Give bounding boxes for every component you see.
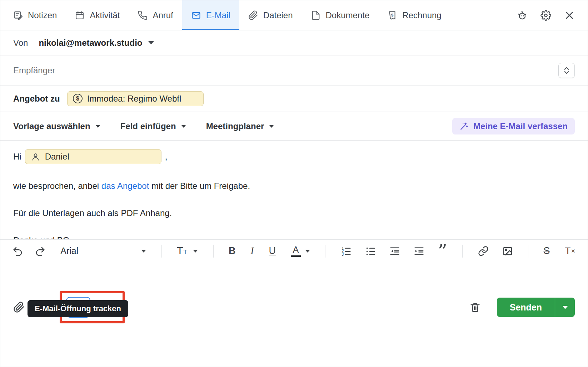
attach-file-button[interactable] (13, 302, 25, 313)
send-button[interactable]: Senden (497, 298, 555, 317)
recipient-input[interactable] (13, 65, 558, 75)
text-color-icon: A (291, 245, 301, 257)
send-options-button[interactable] (555, 298, 575, 317)
tab-label: Rechnung (402, 10, 441, 20)
tab-aktivitaet[interactable]: Aktivität (66, 0, 129, 30)
deal-label: Angebot zu (13, 94, 60, 104)
tab-dokumente[interactable]: Dokumente (302, 0, 379, 30)
tab-label: Aktivität (90, 10, 120, 20)
from-address: nikolai@metawork.studio (39, 38, 142, 48)
tab-label: Dateien (263, 10, 293, 20)
list-group: 123 ” (341, 246, 448, 256)
tab-rechnung[interactable]: $ Rechnung (378, 0, 450, 30)
template-dropdown[interactable]: Vorlage auswählen (13, 121, 100, 131)
image-icon (502, 246, 513, 256)
from-label: Von (13, 38, 28, 48)
formatting-toolbar: Arial TT B I U A 123 (0, 239, 588, 262)
chevron-down-icon (562, 306, 568, 309)
font-family-select[interactable]: Arial (60, 246, 146, 256)
greeting-prefix: Hi (13, 151, 21, 162)
offer-link[interactable]: das Angebot (101, 181, 149, 191)
assistant-bot-button[interactable] (517, 10, 528, 21)
invoice-icon: $ (387, 10, 397, 20)
tracking-tooltip: E-Mail-Öffnung tracken (28, 300, 128, 317)
bullet-list-button[interactable] (365, 246, 376, 256)
font-size-icon: TT (177, 245, 187, 257)
underline-button[interactable]: U (269, 245, 276, 256)
blockquote-button[interactable]: ” (438, 246, 448, 256)
svg-text:3: 3 (342, 253, 344, 256)
meeting-planner-dropdown[interactable]: Meetingplaner (206, 121, 274, 131)
tab-dateien[interactable]: Dateien (239, 0, 302, 30)
recipient-row (0, 55, 588, 85)
expand-recipients-button[interactable] (558, 63, 575, 78)
body-text: wie besprochen, anbei (13, 181, 101, 191)
undo-button[interactable] (13, 246, 23, 256)
tabbar-actions (517, 0, 588, 30)
body-paragraph: Danke und BG (13, 235, 575, 239)
tab-label: Anruf (153, 10, 173, 20)
italic-button[interactable]: I (250, 245, 254, 256)
insert-field-dropdown[interactable]: Feld einfügen (120, 121, 186, 131)
ordered-list-button[interactable]: 123 (341, 246, 352, 256)
chevron-down-icon (95, 125, 100, 128)
email-body-editor[interactable]: Hi Daniel , wie besprochen, anbei das An… (0, 141, 588, 239)
expand-icon (562, 66, 571, 75)
toolbar-divider (161, 245, 162, 258)
link-icon (478, 246, 489, 256)
image-button[interactable] (502, 246, 513, 256)
redo-icon (35, 246, 45, 256)
misc-format-group: S T✕ (543, 245, 575, 256)
toolbar-divider (528, 245, 528, 258)
ai-compose-label: Meine E-Mail verfassen (473, 121, 568, 131)
insert-field-dropdown-label: Feld einfügen (120, 121, 176, 131)
outdent-icon (389, 246, 400, 256)
paperclip-icon (13, 302, 25, 313)
meeting-planner-dropdown-label: Meetingplaner (206, 121, 264, 131)
trash-icon (469, 301, 481, 313)
from-selector[interactable]: nikolai@metawork.studio (39, 38, 154, 48)
send-split-button: Senden (497, 298, 575, 317)
body-text: mit der Bitte um Freigabe. (149, 181, 250, 191)
tab-label: Notizen (28, 10, 57, 20)
calendar-icon (75, 10, 85, 20)
phone-icon (138, 10, 148, 20)
indent-button[interactable] (414, 246, 424, 256)
magic-wand-icon (459, 122, 469, 131)
text-color-select[interactable]: A (291, 245, 310, 257)
toolbar-divider (462, 245, 463, 258)
strikethrough-button[interactable]: S (543, 245, 550, 256)
discard-draft-button[interactable] (469, 301, 481, 313)
redo-button[interactable] (35, 246, 45, 256)
toolbar-divider (213, 245, 214, 258)
settings-button[interactable] (540, 10, 551, 21)
close-icon (564, 10, 575, 21)
bold-button[interactable]: B (229, 245, 236, 256)
link-button[interactable] (478, 246, 489, 256)
toolbar-divider (325, 245, 325, 258)
chevron-down-icon (269, 125, 274, 128)
body-paragraph: wie besprochen, anbei das Angebot mit de… (13, 181, 575, 191)
body-paragraph: Für die Unterlagen auch als PDF Anhang. (13, 208, 575, 219)
outdent-button[interactable] (389, 246, 400, 256)
chevron-down-icon (305, 250, 310, 253)
insert-group (478, 246, 513, 256)
name-merge-chip[interactable]: Daniel (25, 149, 161, 164)
clear-formatting-button[interactable]: T✕ (565, 245, 575, 256)
chevron-down-icon (141, 250, 146, 253)
tab-anruf[interactable]: Anruf (129, 0, 182, 30)
template-dropdown-label: Vorlage auswählen (13, 121, 90, 131)
deal-chip-label: Immodea: Regimo Webfl (87, 94, 181, 104)
tab-email[interactable]: E-Mail (182, 0, 239, 30)
undo-redo-group (13, 246, 45, 256)
bullet-list-icon (365, 246, 376, 256)
font-size-select[interactable]: TT (177, 245, 198, 257)
font-family-value: Arial (60, 246, 78, 256)
tab-notizen[interactable]: Notizen (4, 0, 66, 30)
deal-row: Angebot zu $ Immodea: Regimo Webfl (0, 85, 588, 112)
gear-icon (540, 10, 551, 21)
close-button[interactable] (564, 10, 575, 21)
ai-compose-button[interactable]: Meine E-Mail verfassen (452, 118, 575, 134)
indent-icon (414, 246, 424, 256)
deal-chip[interactable]: $ Immodea: Regimo Webfl (67, 91, 204, 106)
